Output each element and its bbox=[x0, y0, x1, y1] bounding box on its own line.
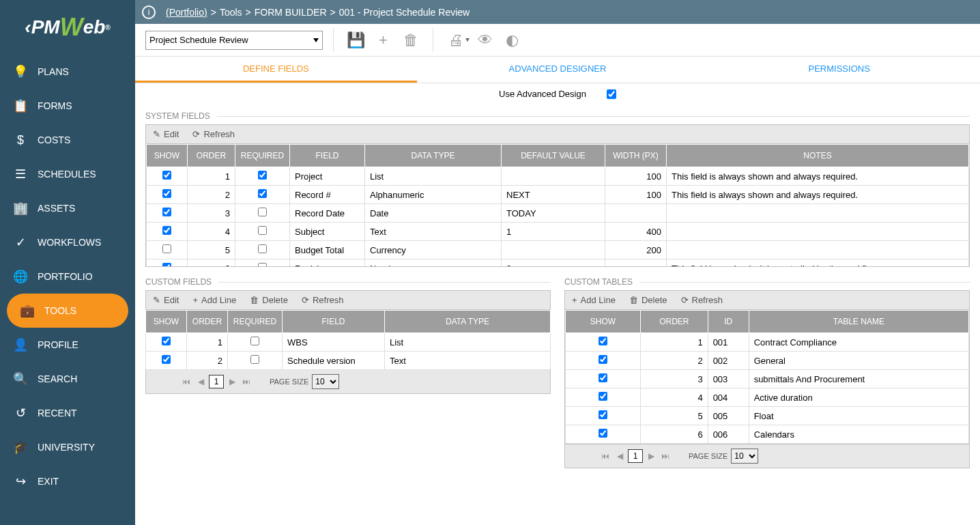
form-select[interactable]: Project Schedule Review bbox=[145, 31, 323, 50]
column-header[interactable]: FIELD bbox=[290, 145, 365, 167]
refresh-button[interactable]: ⟳ Refresh bbox=[302, 295, 344, 305]
column-header[interactable]: DEFAULT VALUE bbox=[502, 145, 605, 167]
table-row[interactable]: 4 Subject Text 1 400 bbox=[147, 223, 969, 241]
column-header[interactable]: ORDER bbox=[187, 311, 228, 333]
first-page-icon[interactable]: ⏮ bbox=[599, 450, 611, 462]
table-row[interactable]: 6 Revision Number 0 This field is read-o… bbox=[147, 259, 969, 268]
page-input[interactable] bbox=[628, 449, 643, 463]
required-checkbox[interactable] bbox=[258, 244, 267, 253]
print-icon[interactable]: 🖨 bbox=[444, 28, 467, 52]
nav-portfolio[interactable]: 🌐PORTFOLIO bbox=[0, 259, 135, 294]
table-row[interactable]: 4 004 Active duration bbox=[566, 388, 969, 407]
next-page-icon[interactable]: ▶ bbox=[645, 450, 657, 462]
add-icon[interactable]: + bbox=[371, 28, 395, 52]
required-checkbox[interactable] bbox=[258, 171, 267, 180]
column-header[interactable]: DATA TYPE bbox=[385, 311, 551, 333]
show-checkbox[interactable] bbox=[162, 355, 171, 364]
column-header[interactable]: ID bbox=[708, 311, 749, 333]
delete-icon[interactable]: 🗑 bbox=[399, 28, 422, 52]
nav-university[interactable]: 🎓UNIVERSITY bbox=[0, 430, 135, 464]
nav-tools[interactable]: 💼TOOLS bbox=[7, 294, 128, 328]
show-checkbox[interactable] bbox=[162, 189, 171, 198]
table-row[interactable]: 1 Project List 100 This field is always … bbox=[147, 167, 969, 186]
table-row[interactable]: 1 WBS List bbox=[146, 333, 551, 352]
column-header[interactable]: ORDER bbox=[641, 311, 708, 333]
required-checkbox[interactable] bbox=[258, 208, 267, 216]
delete-button[interactable]: 🗑 Delete bbox=[629, 295, 667, 305]
nav-workflows[interactable]: ✓WORKFLOWS bbox=[0, 225, 135, 259]
print-dropdown[interactable] bbox=[465, 38, 470, 42]
required-checkbox[interactable] bbox=[258, 263, 267, 267]
use-advanced-checkbox[interactable] bbox=[607, 89, 616, 99]
next-page-icon[interactable]: ▶ bbox=[226, 375, 238, 388]
column-header[interactable]: SHOW bbox=[147, 145, 188, 167]
table-row[interactable]: 5 005 Float bbox=[566, 407, 969, 425]
table-row[interactable]: 2 Record # Alphanumeric NEXT 100 This fi… bbox=[147, 186, 969, 204]
required-checkbox[interactable] bbox=[258, 189, 267, 198]
delete-button[interactable]: 🗑 Delete bbox=[250, 295, 288, 305]
nav-search[interactable]: 🔍SEARCH bbox=[0, 362, 135, 396]
show-checkbox[interactable] bbox=[599, 355, 607, 364]
column-header[interactable]: ORDER bbox=[188, 145, 235, 167]
refresh-button[interactable]: ⟳ Refresh bbox=[681, 295, 723, 305]
nav-schedules[interactable]: ☰SCHEDULES bbox=[0, 157, 135, 191]
show-checkbox[interactable] bbox=[599, 410, 607, 419]
table-row[interactable]: 2 Schedule version Text bbox=[146, 352, 551, 370]
edit-button[interactable]: ✎ Edit bbox=[153, 129, 179, 139]
page-size-select[interactable]: 10 bbox=[312, 374, 339, 389]
refresh-button[interactable]: ⟳ Refresh bbox=[192, 129, 235, 139]
tab-advanced-designer[interactable]: ADVANCED DESIGNER bbox=[417, 57, 699, 83]
page-input[interactable] bbox=[209, 375, 224, 388]
nav-assets[interactable]: 🏢ASSETS bbox=[0, 191, 135, 225]
required-checkbox[interactable] bbox=[250, 337, 259, 345]
nav-profile[interactable]: 👤PROFILE bbox=[0, 328, 135, 362]
show-checkbox[interactable] bbox=[162, 208, 171, 216]
table-row[interactable]: 5 Budget Total Currency 200 bbox=[147, 241, 969, 259]
add-button[interactable]: + Add Line bbox=[192, 295, 236, 305]
table-row[interactable]: 3 Record Date Date TODAY bbox=[147, 204, 969, 223]
save-icon[interactable]: 💾 bbox=[344, 28, 368, 52]
column-header[interactable]: DATA TYPE bbox=[365, 145, 502, 167]
show-checkbox[interactable] bbox=[599, 337, 607, 345]
column-header[interactable]: SHOW bbox=[146, 311, 187, 333]
show-checkbox[interactable] bbox=[162, 337, 171, 345]
breadcrumb-portfolio[interactable]: (Portfolio) bbox=[166, 7, 207, 18]
column-header[interactable]: REQUIRED bbox=[235, 145, 290, 167]
tab-define-fields[interactable]: DEFINE FIELDS bbox=[135, 57, 417, 83]
nav-recent[interactable]: ↺RECENT bbox=[0, 396, 135, 430]
info-icon[interactable]: i bbox=[142, 5, 156, 19]
table-row[interactable]: 1 001 Contract Compliance bbox=[566, 333, 969, 352]
nav-costs[interactable]: $COSTS bbox=[0, 123, 135, 157]
nav-exit[interactable]: ↪EXIT bbox=[0, 464, 135, 498]
required-checkbox[interactable] bbox=[258, 226, 267, 235]
show-checkbox[interactable] bbox=[599, 373, 607, 382]
toggle-icon[interactable]: ◐ bbox=[500, 28, 524, 52]
column-header[interactable]: SHOW bbox=[566, 311, 641, 333]
prev-page-icon[interactable]: ◀ bbox=[614, 450, 626, 462]
required-checkbox[interactable] bbox=[250, 355, 259, 364]
column-header[interactable]: NOTES bbox=[666, 145, 968, 167]
add-button[interactable]: + Add Line bbox=[572, 295, 616, 305]
show-checkbox[interactable] bbox=[162, 263, 171, 267]
last-page-icon[interactable]: ⏭ bbox=[240, 375, 253, 388]
nav-forms[interactable]: 📋FORMS bbox=[0, 89, 135, 123]
column-header[interactable]: TABLE NAME bbox=[749, 311, 968, 333]
prev-page-icon[interactable]: ◀ bbox=[194, 375, 207, 388]
column-header[interactable]: WIDTH (PX) bbox=[605, 145, 666, 167]
show-checkbox[interactable] bbox=[599, 392, 607, 401]
last-page-icon[interactable]: ⏭ bbox=[659, 450, 672, 462]
table-row[interactable]: 6 006 Calendars bbox=[566, 425, 969, 444]
table-row[interactable]: 3 003 submittals And Procurement bbox=[566, 370, 969, 388]
show-checkbox[interactable] bbox=[162, 244, 171, 253]
show-checkbox[interactable] bbox=[599, 429, 607, 438]
view-icon[interactable]: 👁 bbox=[473, 28, 497, 52]
first-page-icon[interactable]: ⏮ bbox=[180, 375, 192, 388]
show-checkbox[interactable] bbox=[162, 171, 171, 180]
table-row[interactable]: 2 002 General bbox=[566, 352, 969, 370]
show-checkbox[interactable] bbox=[162, 226, 171, 235]
edit-button[interactable]: ✎ Edit bbox=[153, 295, 179, 305]
column-header[interactable]: FIELD bbox=[283, 311, 385, 333]
page-size-select[interactable]: 10 bbox=[731, 449, 758, 464]
tab-permissions[interactable]: PERMISSIONS bbox=[698, 57, 980, 83]
nav-plans[interactable]: 💡PLANS bbox=[0, 55, 135, 89]
